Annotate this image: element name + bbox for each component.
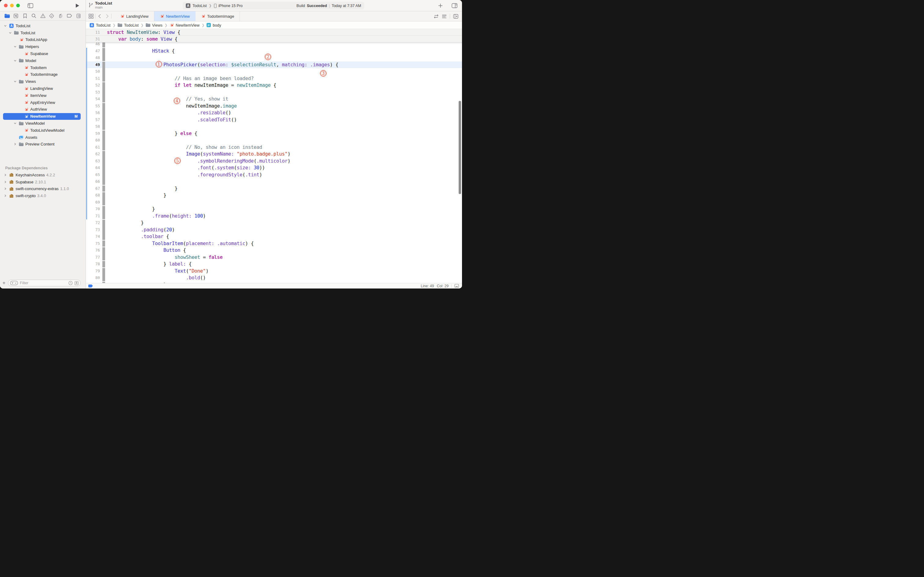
disclosure-closed-icon[interactable]	[4, 187, 7, 190]
go-forward-button[interactable]	[103, 11, 111, 21]
line-number[interactable]: 57	[86, 116, 100, 124]
line-number[interactable]: 47	[86, 48, 100, 55]
code-line-64[interactable]: 64 .font(.system(size: 30))	[86, 164, 462, 171]
code-line-60[interactable]: 60	[86, 137, 462, 144]
filter-menu-icon[interactable]	[10, 281, 18, 285]
sidebar-item-todolist[interactable]: TodoList	[0, 29, 85, 36]
code-line-49[interactable]: 49 PhotosPicker(selection: $selectionRes…	[86, 61, 462, 68]
line-number[interactable]: 59	[86, 130, 100, 137]
line-number[interactable]: 78	[86, 261, 100, 268]
code-line-74[interactable]: 74 .toolbar {	[86, 233, 462, 240]
breadcrumb-todolist-0[interactable]: ATodoList	[90, 23, 111, 27]
code-line-78[interactable]: 78 } label: {	[86, 261, 462, 268]
sidebar-item-supabase[interactable]: Supabase	[0, 50, 85, 57]
code-line-71[interactable]: 71 .frame(height: 100)	[86, 213, 462, 220]
disclosure-open-icon[interactable]	[14, 80, 17, 83]
report-navigator-icon[interactable]	[75, 13, 82, 19]
code-line-63[interactable]: 63 .symbolRenderingMode(.multicolor)	[86, 158, 462, 165]
line-number[interactable]: 71	[86, 213, 100, 220]
code-line-59[interactable]: 59 } else {	[86, 130, 462, 137]
code-line-73[interactable]: 73 .padding(20)	[86, 226, 462, 234]
sidebar-item-landingview[interactable]: LandingView	[0, 85, 85, 92]
line-number[interactable]: 69	[86, 199, 100, 206]
package-item-supabase[interactable]: Supabase2.10.1	[0, 179, 85, 185]
code-line-77[interactable]: 77 showSheet = false	[86, 254, 462, 261]
code-line-52[interactable]: 52 if let newItemImage = newItemImage {	[86, 82, 462, 89]
line-number[interactable]: 58	[86, 123, 100, 130]
code-line-58[interactable]: 58	[86, 123, 462, 130]
code-line-57[interactable]: 57 .scaledToFit()	[86, 116, 462, 124]
sticky-line-31[interactable]: 31 var body: some View {	[86, 36, 462, 42]
line-number[interactable]: 60	[86, 137, 100, 144]
sidebar-item-views[interactable]: Views	[0, 78, 85, 85]
breadcrumb-views-2[interactable]: Views	[146, 23, 163, 27]
source-editor[interactable]: 4647 HStack {4849 PhotosPicker(selection…	[86, 29, 462, 283]
disclosure-closed-icon[interactable]	[4, 194, 7, 197]
sidebar-item-todolistapp[interactable]: TodoListApp	[0, 36, 85, 44]
sidebar-item-itemview[interactable]: ItemView	[0, 92, 85, 99]
code-line-50[interactable]: 50	[86, 68, 462, 75]
line-number[interactable]: 70	[86, 206, 100, 213]
new-tab-button[interactable]	[436, 2, 444, 10]
line-number[interactable]: 79	[86, 268, 100, 275]
line-number[interactable]: 64	[86, 164, 100, 171]
test-navigator-icon[interactable]	[48, 13, 55, 19]
issue-navigator-icon[interactable]	[39, 13, 46, 19]
disclosure-open-icon[interactable]	[9, 31, 12, 34]
line-number[interactable]: 55	[86, 103, 100, 110]
related-items-icon[interactable]	[87, 11, 95, 21]
tab-landingview[interactable]: LandingView	[114, 11, 154, 21]
code-review-icon[interactable]	[434, 15, 439, 18]
filter-input[interactable]: Filter	[8, 280, 80, 286]
activity-status[interactable]: BuildSucceeded | Today at 7:37 AM	[296, 4, 361, 8]
breadcrumb-newitemview-3[interactable]: NewItemView	[170, 23, 200, 27]
line-number[interactable]: 62	[86, 151, 100, 158]
source-control-navigator-icon[interactable]	[13, 13, 19, 19]
line-number[interactable]: 77	[86, 254, 100, 261]
line-number[interactable]: 63	[86, 158, 100, 165]
project-navigator-icon[interactable]	[4, 13, 10, 19]
adjust-editor-options-icon[interactable]	[442, 15, 447, 18]
disclosure-closed-icon[interactable]	[14, 143, 17, 146]
code-line-70[interactable]: 70 }	[86, 206, 462, 213]
tab-newitemview[interactable]: NewItemView	[154, 11, 196, 21]
sidebar-item-assets[interactable]: Assets	[0, 134, 85, 141]
package-item-swift-crypto[interactable]: swift-crypto3.4.0	[0, 192, 85, 199]
bookmark-navigator-icon[interactable]	[22, 13, 28, 19]
breakpoint-navigator-icon[interactable]	[66, 13, 73, 19]
code-line-67[interactable]: 67 }	[86, 185, 462, 192]
find-navigator-icon[interactable]	[31, 13, 37, 19]
editor-scrollbar[interactable]	[459, 101, 461, 194]
package-item-keychainaccess[interactable]: KeychainAccess4.2.2	[0, 171, 85, 179]
code-line-56[interactable]: 56 .resizable()	[86, 110, 462, 116]
sidebar-item-todolistviewmodel[interactable]: TodoListViewModel	[0, 127, 85, 134]
toggle-navigator-sidebar-icon[interactable]	[26, 2, 34, 10]
line-number[interactable]: 66	[86, 178, 100, 185]
disclosure-open-icon[interactable]	[14, 59, 17, 62]
line-number[interactable]: 56	[86, 110, 100, 116]
disclosure-open-icon[interactable]	[14, 45, 17, 48]
add-editor-split-icon[interactable]	[453, 14, 458, 19]
toggle-inspector-sidebar-icon[interactable]	[451, 2, 458, 10]
sidebar-item-todolist[interactable]: ATodoList	[0, 22, 85, 29]
code-line-68[interactable]: 68 }	[86, 192, 462, 199]
sidebar-item-todoitem[interactable]: TodoItem	[0, 64, 85, 71]
run-button[interactable]	[73, 2, 81, 10]
sidebar-item-helpers[interactable]: Helpers	[0, 43, 85, 50]
breadcrumb-body-4[interactable]: Pbody	[206, 23, 221, 27]
code-line-65[interactable]: 65 .foregroundStyle(.tint)	[86, 171, 462, 179]
flag-filter-icon[interactable]	[74, 281, 79, 285]
debug-navigator-icon[interactable]	[58, 13, 64, 19]
sidebar-item-preview-content[interactable]: Preview Content	[0, 141, 85, 148]
line-number[interactable]: 74	[86, 233, 100, 240]
line-number[interactable]: 49	[86, 61, 100, 68]
disclosure-open-icon[interactable]	[4, 24, 7, 27]
disclosure-closed-icon[interactable]	[4, 173, 7, 176]
code-line-76[interactable]: 76 Button {	[86, 247, 462, 254]
line-number[interactable]: 48	[86, 55, 100, 61]
recent-filter-icon[interactable]	[68, 281, 73, 285]
line-number[interactable]: 51	[86, 75, 100, 82]
disclosure-open-icon[interactable]	[14, 122, 17, 125]
line-number[interactable]: 65	[86, 171, 100, 179]
sidebar-item-appentryview[interactable]: AppEntryView	[0, 99, 85, 106]
